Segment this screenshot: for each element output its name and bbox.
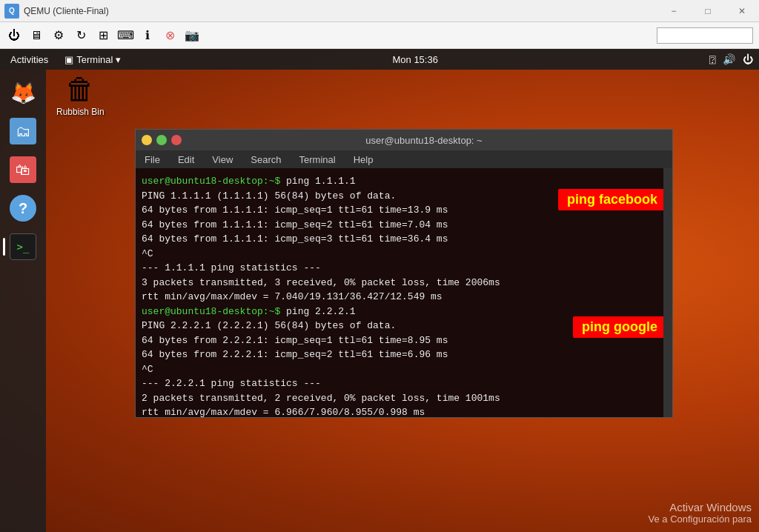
panel-app-name: Terminal (76, 54, 113, 65)
dock-item-files[interactable]: 🗂 (6, 114, 40, 148)
software-icon: 🛍 (10, 156, 36, 183)
dock-item-software[interactable]: 🛍 (6, 153, 40, 187)
snapshot-icon[interactable]: 📷 (182, 25, 202, 46)
term-line-4: 64 bytes from 1.1.1.1: icmp_seq=2 ttl=61… (142, 218, 666, 233)
dock-item-firefox[interactable]: 🦊 (6, 76, 40, 110)
term-maximize-button[interactable] (156, 135, 167, 145)
term-line-8: 3 packets transmitted, 3 received, 0% pa… (142, 276, 666, 290)
audio-icon[interactable]: 🔊 (723, 53, 735, 65)
panel-app-arrow: ▾ (116, 54, 121, 65)
power-icon[interactable]: ⏻ (4, 25, 24, 46)
term-line-9: rtt min/avg/max/mdev = 7.040/19.131/36.4… (142, 290, 666, 305)
term-window-buttons (142, 135, 182, 145)
monitor-icon[interactable]: 🖥 (26, 25, 47, 46)
term-line-13: 64 bytes from 2.2.2.1: icmp_seq=2 ttl=61… (142, 348, 666, 362)
terminal-titlebar: user@ubuntu18-desktop: ~ (136, 130, 672, 150)
terminal-panel-icon: ▣ (64, 54, 73, 65)
stop-icon[interactable]: ⊗ (159, 25, 180, 46)
menu-help[interactable]: Help (351, 153, 377, 167)
dock-item-terminal[interactable]: >_ (6, 230, 40, 264)
terminal-title: user@ubuntu18-desktop: ~ (182, 135, 666, 146)
terminal-window: user@ubuntu18-desktop: ~ File Edit View … (135, 129, 673, 418)
rubbish-bin-label: Rubbish Bin (56, 107, 105, 117)
term-line-14: ^C (142, 362, 666, 377)
term-line-15: --- 2.2.2.1 ping statistics --- (142, 376, 666, 391)
ubuntu-panel: Activities ▣ Terminal ▾ Mon 15:36 ⍰ 🔊 ⏻ (0, 49, 759, 70)
maximize-button[interactable]: □ (691, 0, 725, 22)
trash-icon: 🗑 (65, 74, 95, 104)
menu-view[interactable]: View (209, 153, 236, 167)
panel-app-indicator[interactable]: ▣ Terminal ▾ (59, 54, 127, 65)
terminal-scrollbar[interactable] (663, 168, 672, 417)
files-icon: 🗂 (10, 118, 36, 144)
term-line-16: 2 packets transmitted, 2 received, 0% pa… (142, 391, 666, 406)
menu-search[interactable]: Search (248, 153, 284, 167)
ping-google-label: ping google (573, 316, 666, 338)
term-line-6: ^C (142, 247, 666, 262)
term-minimize-button[interactable] (142, 135, 152, 145)
panel-right-area: ⍰ 🔊 ⏻ (703, 53, 759, 65)
refresh-icon[interactable]: ↻ (70, 25, 91, 46)
terminal-dock-icon: >_ (10, 233, 36, 260)
term-close-button[interactable] (171, 135, 182, 145)
menu-edit[interactable]: Edit (175, 153, 197, 167)
panel-datetime: Mon 15:36 (127, 54, 703, 65)
terminal-menubar: File Edit View Search Terminal Help (136, 150, 672, 168)
terminal-body[interactable]: user@ubuntu18-desktop:~$ ping 1.1.1.1 PI… (136, 168, 672, 417)
settings-icon[interactable]: ⚙ (48, 25, 69, 46)
firefox-icon: 🦊 (10, 79, 36, 106)
term-line-1: user@ubuntu18-desktop:~$ ping 1.1.1.1 (142, 174, 666, 189)
windows-icon[interactable]: ⊞ (93, 25, 113, 46)
window-controls: − □ ✕ (657, 0, 759, 22)
term-line-17: rtt min/avg/max/mdev = 6.966/7.960/8.955… (142, 405, 666, 417)
keyboard-icon[interactable]: ⌨ (115, 25, 136, 46)
term-line-5: 64 bytes from 1.1.1.1: icmp_seq=3 ttl=61… (142, 232, 666, 247)
toolbar-search-input[interactable] (657, 27, 753, 44)
minimize-button[interactable]: − (657, 0, 691, 22)
term-line-7: --- 1.1.1.1 ping statistics --- (142, 261, 666, 276)
qemu-title: QEMU (Cliente-Final) (24, 6, 657, 16)
close-button[interactable]: ✕ (725, 0, 759, 22)
activate-windows-title: Activar Windows (649, 501, 752, 513)
ubuntu-dock: 🦊 🗂 🛍 ? >_ (0, 70, 46, 532)
activities-button[interactable]: Activities (0, 49, 59, 70)
rubbish-bin-icon[interactable]: 🗑 Rubbish Bin (56, 74, 105, 117)
menu-file[interactable]: File (142, 153, 163, 167)
help-icon: ? (10, 195, 36, 222)
power-panel-icon[interactable]: ⏻ (743, 53, 753, 65)
menu-terminal[interactable]: Terminal (296, 153, 339, 167)
qemu-toolbar: ⏻ 🖥 ⚙ ↻ ⊞ ⌨ ℹ ⊗ 📷 (0, 22, 759, 49)
info-icon[interactable]: ℹ (137, 25, 158, 46)
ping-facebook-label: ping facebook (558, 189, 666, 210)
windows-activation-notice: Activar Windows Ve a Configuración para (649, 501, 752, 525)
activate-windows-subtitle: Ve a Configuración para (649, 513, 752, 525)
accessibility-icon[interactable]: ⍰ (709, 53, 715, 65)
qemu-icon: Q (4, 4, 19, 19)
dock-item-help[interactable]: ? (6, 191, 40, 225)
qemu-titlebar: Q QEMU (Cliente-Final) − □ ✕ (0, 0, 759, 22)
